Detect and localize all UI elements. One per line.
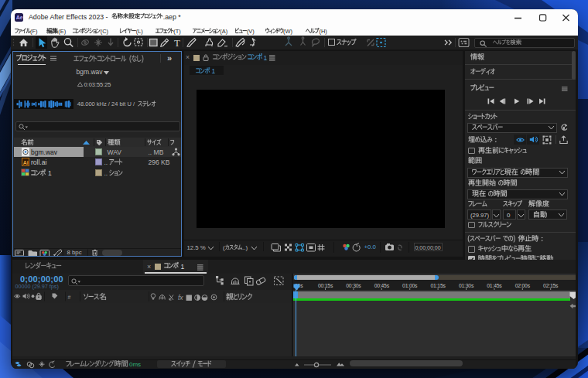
svg-text:01:30s: 01:30s bbox=[458, 283, 473, 288]
svg-text:01:00s: 01:00s bbox=[402, 283, 418, 288]
svg-text:fx: fx bbox=[178, 294, 183, 301]
svg-text:02:00s: 02:00s bbox=[514, 283, 530, 288]
svg-text:Ai: Ai bbox=[22, 160, 28, 165]
svg-text:02:15s: 02:15s bbox=[543, 283, 559, 288]
svg-text:00:15s: 00:15s bbox=[317, 283, 333, 288]
svg-text:01:45s: 01:45s bbox=[487, 283, 502, 288]
svg-text:01:15s: 01:15s bbox=[430, 283, 446, 288]
svg-text:00:45s: 00:45s bbox=[374, 283, 389, 288]
svg-text:00:30s: 00:30s bbox=[346, 283, 361, 288]
svg-text:T: T bbox=[174, 37, 180, 49]
